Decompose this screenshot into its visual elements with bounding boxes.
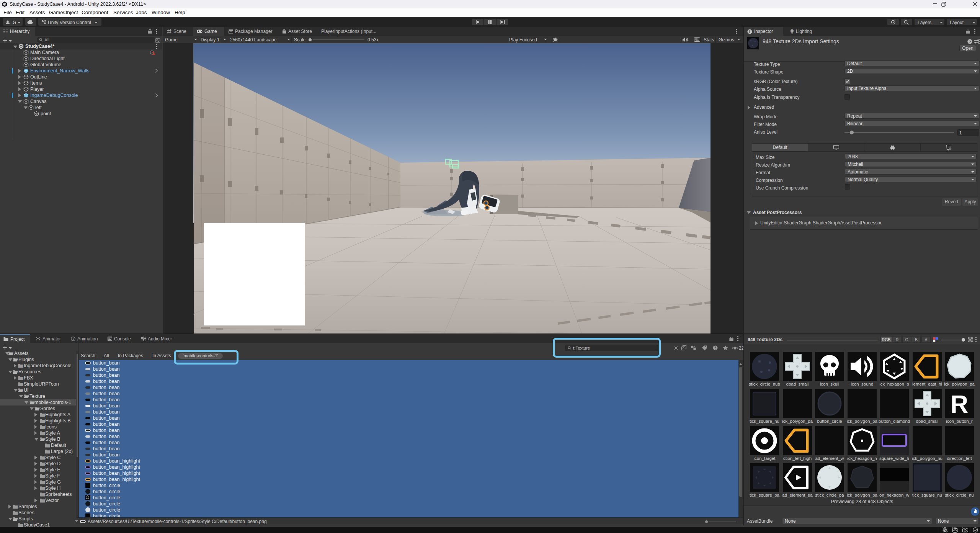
- svg-text:R: R: [951, 391, 968, 418]
- svg-text:?: ?: [969, 40, 971, 44]
